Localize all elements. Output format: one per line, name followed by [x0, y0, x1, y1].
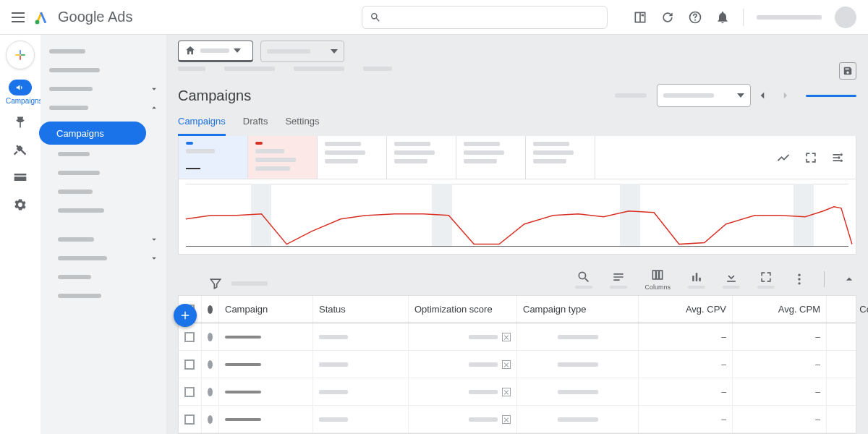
rail-item-goals[interactable] — [6, 115, 35, 132]
rail-item-tools[interactable] — [6, 142, 35, 160]
breadcrumb — [166, 62, 868, 71]
avatar[interactable] — [835, 7, 856, 28]
sidebar-item[interactable] — [41, 61, 166, 80]
date-range-picker[interactable] — [657, 84, 751, 107]
summary-card[interactable] — [179, 136, 248, 179]
cell-campaign[interactable] — [219, 406, 313, 433]
segment-button[interactable] — [610, 270, 627, 289]
col-cpm[interactable]: Avg. CPM — [733, 296, 827, 323]
more-menu-icon[interactable] — [792, 272, 807, 286]
sidebar-item[interactable] — [41, 182, 166, 201]
sidebar-item[interactable] — [41, 163, 166, 182]
notifications-icon[interactable] — [715, 10, 730, 25]
columns-button[interactable]: Columns — [644, 268, 671, 291]
status-header[interactable] — [202, 296, 219, 323]
search-icon — [370, 12, 381, 23]
expand-icon — [759, 270, 773, 284]
cell-status — [313, 378, 409, 405]
row-checkbox[interactable] — [179, 378, 202, 405]
new-campaign-button[interactable] — [174, 304, 197, 327]
adjust-icon[interactable] — [831, 150, 846, 165]
date-next-button[interactable] — [774, 84, 797, 107]
tab-drafts[interactable]: Drafts — [243, 116, 268, 136]
sidebar-group[interactable] — [41, 249, 166, 268]
chevron-down-icon — [149, 234, 159, 244]
summary-card[interactable] — [318, 136, 387, 179]
brand-text: Google Ads — [58, 9, 132, 25]
account-switcher[interactable] — [757, 15, 822, 20]
cell-type — [517, 378, 639, 405]
collapse-icon[interactable] — [842, 272, 856, 286]
save-report-button[interactable] — [839, 62, 856, 80]
sidebar-item[interactable] — [41, 286, 166, 305]
bar-chart-icon — [689, 270, 704, 284]
col-status[interactable]: Status — [313, 296, 409, 323]
expand-icon[interactable] — [804, 150, 818, 165]
search-input[interactable] — [362, 6, 608, 29]
summary-card[interactable] — [526, 136, 595, 179]
col-campaign[interactable]: Campaign — [219, 296, 313, 323]
reports-button[interactable] — [688, 270, 705, 289]
table-header-row: Campaign Status Optimization score Campa… — [179, 296, 856, 323]
sidebar-group[interactable] — [41, 98, 166, 117]
col-cpv[interactable]: Avg. CPV — [639, 296, 733, 323]
row-status-dot[interactable] — [202, 406, 219, 433]
chevron-down-icon — [149, 84, 159, 94]
sidebar-item[interactable] — [41, 201, 166, 220]
filter-icon[interactable] — [208, 276, 223, 291]
sidebar-group[interactable] — [41, 80, 166, 98]
cell-campaign[interactable] — [219, 323, 313, 350]
chart-type-icon[interactable] — [776, 150, 791, 165]
tab-settings[interactable]: Settings — [285, 116, 319, 136]
compare-toggle[interactable] — [806, 95, 856, 97]
date-prev-button[interactable] — [751, 84, 774, 107]
svg-point-9 — [798, 282, 800, 284]
download-button[interactable] — [723, 270, 740, 289]
sidebar-group[interactable] — [41, 230, 166, 249]
table-row[interactable]: – – – — [179, 406, 856, 433]
tab-campaigns[interactable]: Campaigns — [178, 116, 226, 136]
cell-campaign[interactable] — [219, 378, 313, 405]
row-status-dot[interactable] — [202, 351, 219, 378]
sidebar-item[interactable] — [41, 145, 166, 163]
help-icon[interactable] — [688, 10, 702, 25]
sidebar-item[interactable] — [41, 268, 166, 286]
col-opt[interactable]: Optimization score — [409, 296, 517, 323]
summary-card[interactable] — [387, 136, 456, 179]
scope-selector-account[interactable] — [178, 41, 253, 62]
row-checkbox[interactable] — [179, 323, 202, 350]
performance-chart[interactable] — [178, 179, 856, 255]
row-status-dot[interactable] — [202, 378, 219, 405]
scope-selector-campaign[interactable] — [260, 41, 344, 62]
summary-card[interactable] — [456, 136, 526, 179]
cell-opt — [409, 406, 517, 433]
table-row[interactable]: – – – — [179, 323, 856, 351]
cell-type — [517, 351, 639, 378]
divider — [824, 271, 825, 287]
summary-card[interactable] — [248, 136, 318, 179]
rail-item-campaigns[interactable]: Campaigns — [6, 80, 35, 105]
rail-item-billing[interactable] — [6, 170, 35, 187]
row-status-dot[interactable] — [202, 323, 219, 350]
rail-item-admin[interactable] — [6, 197, 35, 215]
cell-campaign[interactable] — [219, 351, 313, 378]
hamburger-menu-icon[interactable] — [12, 12, 25, 22]
table-search-button[interactable] — [575, 270, 592, 289]
col-type[interactable]: Campaign type — [517, 296, 639, 323]
cell-opt — [409, 351, 517, 378]
date-preset[interactable] — [615, 93, 647, 98]
row-checkbox[interactable] — [179, 351, 202, 378]
sidebar-item-campaigns-active[interactable]: Campaigns — [39, 122, 146, 145]
col-cost[interactable]: Cost — [827, 296, 868, 323]
row-checkbox[interactable] — [179, 406, 202, 433]
table-row[interactable]: – – – — [179, 351, 856, 378]
reports-icon[interactable] — [633, 10, 647, 25]
chevron-down-icon — [331, 49, 338, 54]
fullscreen-button[interactable] — [757, 270, 775, 289]
create-button[interactable] — [6, 41, 35, 69]
table-row[interactable]: – – – — [179, 378, 856, 406]
add-filter[interactable] — [231, 281, 268, 286]
refresh-icon[interactable] — [660, 10, 675, 25]
sidebar-item[interactable] — [41, 42, 166, 61]
sidebar — [41, 35, 166, 434]
